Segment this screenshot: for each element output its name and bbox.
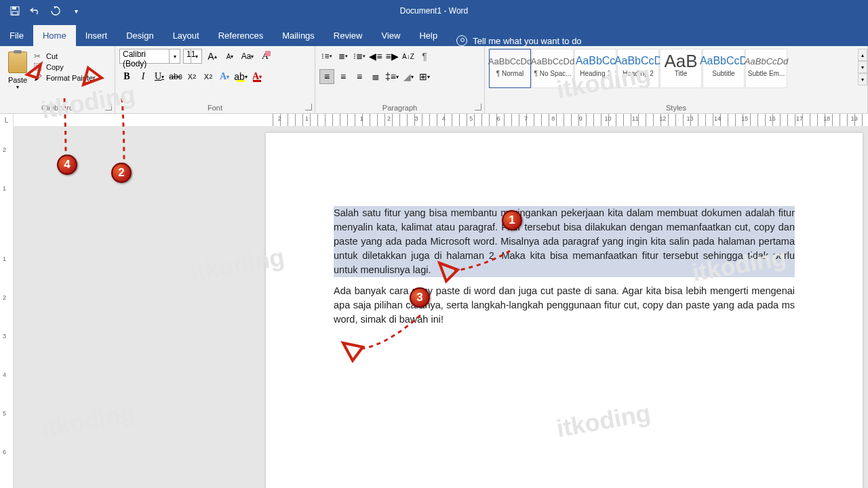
svg-rect-1 xyxy=(12,7,16,9)
vertical-ruler[interactable]: 211234567 xyxy=(0,126,14,488)
group-clipboard: Paste ▾ Cut Copy Format Painter Clipboar… xyxy=(0,46,115,113)
ruler-corner-icon[interactable]: L xyxy=(0,114,14,126)
line-spacing-button[interactable]: ‡≡▾ xyxy=(384,69,399,84)
borders-button[interactable] xyxy=(417,69,432,84)
cut-button[interactable]: Cut xyxy=(34,52,96,61)
clipboard-launcher-icon[interactable] xyxy=(105,104,112,110)
decrease-indent-button[interactable]: ◀≡ xyxy=(368,49,383,64)
tab-review[interactable]: Review xyxy=(324,25,372,46)
style-item[interactable]: AaBbCcDSubtitle xyxy=(703,49,745,88)
title-bar: ▾ Document1 - Word xyxy=(0,0,868,22)
copy-icon xyxy=(34,62,43,72)
style-item[interactable]: AaBbCcHeading 1 xyxy=(574,49,616,88)
font-launcher-icon[interactable] xyxy=(305,104,312,110)
change-case-button[interactable] xyxy=(240,49,255,64)
increase-indent-button[interactable]: ≡▶ xyxy=(384,49,399,64)
font-size-combo[interactable]: 11▾ xyxy=(183,49,202,64)
paragraph-1[interactable]: Salah satu fitur yang bisa membantu meri… xyxy=(334,206,795,277)
window-title: Document1 - Word xyxy=(400,6,468,16)
ruler-area: L 2112345678910111213141516171819 xyxy=(0,114,868,126)
show-hide-button[interactable]: ¶ xyxy=(417,49,432,64)
styles-down-button[interactable]: ▾ xyxy=(858,61,867,73)
tab-view[interactable]: View xyxy=(372,25,410,46)
styles-gallery: AaBbCcDd¶ NormalAaBbCcDd¶ No Spac...AaBb… xyxy=(489,49,787,101)
highlight-button[interactable]: ab▾ xyxy=(233,69,248,84)
text-effects-button[interactable]: A▾ xyxy=(217,69,232,84)
page[interactable]: Salah satu fitur yang bisa membantu meri… xyxy=(266,133,863,488)
font-color-button[interactable]: A▾ xyxy=(250,69,264,84)
paste-icon xyxy=(8,52,27,73)
font-name-combo[interactable]: Calibri (Body)▾ xyxy=(119,49,180,64)
format-painter-button[interactable]: Format Painter xyxy=(34,73,96,83)
quick-access-toolbar: ▾ xyxy=(0,5,81,16)
ribbon-tabs: File Home Insert Design Layout Reference… xyxy=(0,22,868,46)
paste-button[interactable]: Paste ▾ xyxy=(4,49,31,101)
qat-customize-icon[interactable]: ▾ xyxy=(71,5,81,16)
bold-button[interactable]: B xyxy=(119,69,134,84)
paragraph-launcher-icon[interactable] xyxy=(475,104,481,110)
paragraph-2[interactable]: Ada banyak cara copy paste di word dan j… xyxy=(334,284,795,327)
painter-icon xyxy=(34,73,43,83)
tab-help[interactable]: Help xyxy=(410,25,447,46)
save-icon[interactable] xyxy=(9,5,20,16)
tab-home[interactable]: Home xyxy=(33,25,76,46)
style-item[interactable]: AaBbCcDdSubtle Em... xyxy=(745,49,787,88)
strike-button[interactable]: abc xyxy=(168,69,183,84)
superscript-button[interactable]: X2 xyxy=(201,69,216,84)
tab-layout[interactable]: Layout xyxy=(163,25,209,46)
tab-insert[interactable]: Insert xyxy=(76,25,117,46)
shading-button[interactable] xyxy=(401,69,416,84)
group-styles: AaBbCcDd¶ NormalAaBbCcDd¶ No Spac...AaBb… xyxy=(485,46,868,113)
tab-references[interactable]: References xyxy=(209,25,273,46)
tab-mailings[interactable]: Mailings xyxy=(273,25,324,46)
align-left-button[interactable]: ≡ xyxy=(319,69,334,84)
styles-up-button[interactable]: ▴ xyxy=(858,49,867,61)
tell-me-placeholder: Tell me what you want to do xyxy=(473,36,581,46)
clear-formatting-button[interactable] xyxy=(258,49,273,64)
undo-icon[interactable] xyxy=(30,5,41,16)
style-item[interactable]: AaBTitle xyxy=(660,49,702,88)
chevron-down-icon: ▾ xyxy=(191,49,201,63)
tell-me-search[interactable]: Tell me what you want to do xyxy=(456,35,581,46)
document-area: 211234567 Salah satu fitur yang bisa mem… xyxy=(0,126,868,488)
group-font: Calibri (Body)▾ 11▾ B I U▾ abc X2 X2 A▾ … xyxy=(115,46,315,113)
italic-button[interactable]: I xyxy=(136,69,151,84)
copy-button[interactable]: Copy xyxy=(34,62,96,72)
group-paragraph: ⁝≡ ≣ ⁝≣ ◀≡ ≡▶ ¶ ≡ ≡ ≡ ≣ ‡≡▾ Paragraph xyxy=(315,46,485,113)
align-center-button[interactable]: ≡ xyxy=(336,69,351,84)
style-item[interactable]: AaBbCcDd¶ No Spac... xyxy=(532,49,574,88)
horizontal-ruler[interactable]: 2112345678910111213141516171819 xyxy=(266,114,868,126)
tab-file[interactable]: File xyxy=(0,25,33,46)
lightbulb-icon xyxy=(456,35,467,46)
ribbon: Paste ▾ Cut Copy Format Painter Clipboar… xyxy=(0,46,868,114)
shrink-font-button[interactable] xyxy=(222,49,237,64)
grow-font-button[interactable] xyxy=(205,49,220,64)
underline-button[interactable]: U▾ xyxy=(152,69,167,84)
style-item[interactable]: AaBbCcDd¶ Normal xyxy=(489,49,531,88)
align-right-button[interactable]: ≡ xyxy=(352,69,367,84)
styles-more-button[interactable]: ▾ xyxy=(858,73,867,85)
multilevel-list-button[interactable]: ⁝≣ xyxy=(352,49,367,64)
numbering-button[interactable]: ≣ xyxy=(336,49,351,64)
paste-label: Paste xyxy=(4,76,31,84)
subscript-button[interactable]: X2 xyxy=(184,69,199,84)
scissors-icon xyxy=(34,52,43,61)
sort-button[interactable] xyxy=(401,49,416,64)
justify-button[interactable]: ≣ xyxy=(368,69,383,84)
chevron-down-icon: ▾ xyxy=(169,49,180,63)
bullets-button[interactable]: ⁝≡ xyxy=(319,49,334,64)
redo-icon[interactable] xyxy=(50,5,61,16)
tab-design[interactable]: Design xyxy=(117,25,163,46)
svg-rect-2 xyxy=(12,12,18,15)
style-item[interactable]: AaBbCcDHeading 2 xyxy=(617,49,659,88)
